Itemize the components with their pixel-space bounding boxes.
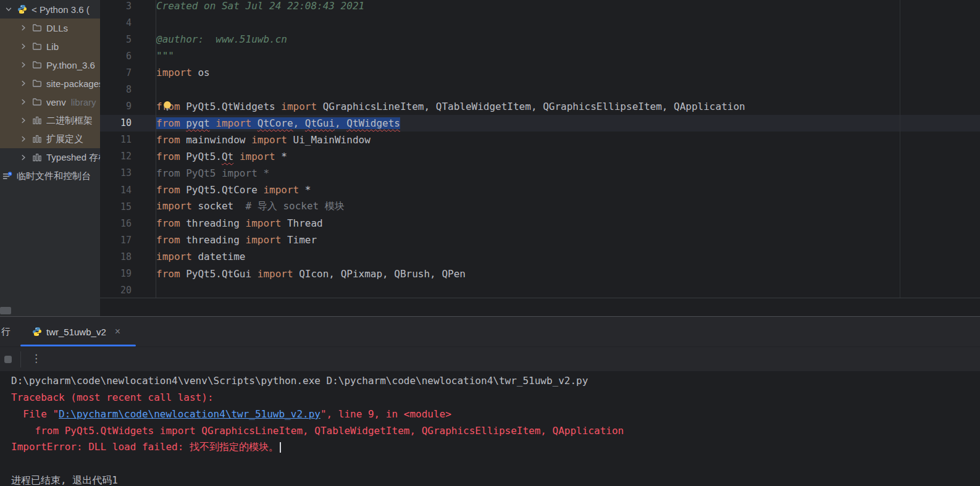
chevron-right-icon[interactable] — [19, 41, 28, 51]
intention-bulb-icon[interactable] — [162, 100, 173, 111]
scratches-icon — [2, 171, 12, 181]
line-number[interactable]: 15 — [100, 201, 132, 212]
console-line: ImportError: DLL load failed: 找不到指定的模块。 — [11, 439, 980, 456]
horizontal-scrollbar-thumb[interactable] — [0, 307, 11, 314]
tree-item-label: 扩展定义 — [46, 133, 83, 145]
more-options-icon[interactable]: ⋮ — [28, 350, 44, 367]
line-number[interactable]: 12 — [100, 151, 132, 162]
tree-item-site-packages[interactable]: site-packages — [0, 74, 100, 93]
console-text: Traceback (most recent call last): — [11, 392, 214, 403]
line-number[interactable]: 14 — [100, 185, 132, 196]
code-line-12[interactable]: 12from PyQt5.Qt import * — [100, 148, 980, 165]
close-icon[interactable]: × — [115, 326, 120, 337]
tree-item-dlls[interactable]: DLLs — [0, 19, 100, 37]
line-number[interactable]: 17 — [100, 235, 132, 246]
code-line-3[interactable]: 3Created on Sat Jul 24 22:08:43 2021 — [100, 0, 980, 14]
text-selection: from pyqt import QtCore, QtGui, QtWidget… — [156, 117, 400, 129]
line-number[interactable]: 9 — [100, 101, 132, 112]
tree-item-label: 二进制框架 — [46, 115, 93, 127]
code-line-7[interactable]: 7import os — [100, 64, 980, 81]
tree-item-scratches-and-consoles[interactable]: 临时文件和控制台 — [0, 167, 100, 185]
code-line-13[interactable]: 13from PyQt5 import * — [100, 165, 980, 182]
code-text: from threading import Timer — [156, 234, 317, 246]
code-line-17[interactable]: 17from threading import Timer — [100, 232, 980, 248]
run-tab-strip: 行 twr_51uwb_v2 × — [0, 317, 980, 347]
console-output[interactable]: D:\pycharm\code\newlocation4\venv\Script… — [0, 371, 980, 486]
chevron-right-icon[interactable] — [19, 60, 28, 70]
line-number[interactable]: 11 — [100, 134, 132, 145]
code-line-6[interactable]: 6""" — [100, 48, 980, 64]
line-number[interactable]: 8 — [100, 84, 132, 95]
line-number[interactable]: 16 — [100, 218, 132, 229]
chevron-down-icon[interactable] — [4, 4, 14, 14]
line-number[interactable]: 13 — [100, 167, 132, 178]
code-text: from PyQt5 import * — [156, 167, 269, 179]
tree-item-label: DLLs — [46, 23, 68, 33]
code-text: from PyQt5.QtCore import * — [156, 184, 311, 196]
code-line-8[interactable]: 8 — [100, 81, 980, 98]
tree-item-python-3-6[interactable]: Py.thon_3.6 — [0, 56, 100, 74]
code-text: """ — [156, 50, 174, 62]
line-number[interactable]: 18 — [100, 251, 132, 262]
line-number[interactable]: 4 — [100, 17, 132, 28]
tree-item-binary-frameworks[interactable]: 二进制框架 — [0, 111, 100, 130]
code-line-18[interactable]: 18import datetime — [100, 248, 980, 265]
run-header: 行 twr_51uwb_v2 × ⋮ — [0, 317, 980, 371]
tree-item-extension-definitions[interactable]: 扩展定义 — [0, 130, 100, 148]
tree-item-lib[interactable]: Lib — [0, 37, 100, 56]
code-line-16[interactable]: 16from threading import Thread — [100, 215, 980, 232]
line-number[interactable]: 7 — [100, 67, 132, 78]
tree-item-venv[interactable]: venvlibrary — [0, 93, 100, 111]
code-line-10[interactable]: 10from pyqt import QtCore, QtGui, QtWidg… — [100, 115, 980, 132]
panel-splitter[interactable] — [0, 316, 980, 317]
stop-icon[interactable] — [4, 355, 12, 364]
text-caret — [280, 442, 281, 453]
code-line-5[interactable]: 5@author: www.51uwb.cn — [100, 31, 980, 48]
console-text: D:\pycharm\code\newlocation4\venv\Script… — [11, 375, 588, 387]
tree-item-interpreter-python36[interactable]: < Python 3.6 ( — [0, 0, 100, 19]
right-margin-guide — [900, 0, 900, 298]
code-line-4[interactable]: 4 — [100, 14, 980, 31]
tree-item-label: < Python 3.6 ( — [31, 4, 90, 15]
chevron-right-icon[interactable] — [19, 153, 28, 162]
code-line-15[interactable]: 15import socket # 导入 socket 模块 — [100, 198, 980, 215]
gutter-divider — [156, 0, 156, 298]
chevron-right-icon[interactable] — [19, 115, 28, 125]
code-text: from PyQt5.Qt import * — [156, 151, 287, 162]
line-number[interactable]: 3 — [100, 1, 132, 12]
line-number[interactable]: 6 — [100, 51, 132, 62]
tree-item-label: Py.thon_3.6 — [46, 60, 95, 70]
run-tab-twr_51uwb_v2[interactable]: twr_51uwb_v2 × — [20, 317, 136, 346]
tree-item-annotation: library — [71, 97, 96, 107]
project-tree-panel[interactable]: < Python 3.6 (DLLsLibPy.thon_3.6site-pac… — [0, 0, 100, 316]
code-line-11[interactable]: 11from mainwindow import Ui_MainWindow — [100, 132, 980, 148]
code-text: @author: www.51uwb.cn — [156, 33, 287, 45]
tree-item-typeshed-stubs[interactable]: Typeshed 存根 — [0, 148, 100, 167]
project-tree: < Python 3.6 (DLLsLibPy.thon_3.6site-pac… — [0, 0, 100, 185]
chevron-right-icon[interactable] — [19, 97, 28, 107]
folder-icon — [32, 97, 42, 107]
console-line: from PyQt5.QtWidgets import QGraphicsLin… — [11, 422, 980, 439]
code-line-14[interactable]: 14from PyQt5.QtCore import * — [100, 182, 980, 198]
console-text: ImportError: DLL load failed: 找不到指定的模块。 — [11, 441, 279, 454]
console-line: D:\pycharm\code\newlocation4\venv\Script… — [11, 372, 980, 389]
chevron-right-icon[interactable] — [19, 78, 28, 88]
line-number[interactable]: 10 — [100, 117, 132, 128]
line-number[interactable]: 20 — [100, 285, 132, 296]
code-text: import datetime — [156, 251, 246, 262]
chevron-right-icon[interactable] — [19, 23, 28, 33]
library-icon — [32, 115, 42, 125]
python-logo-icon — [32, 327, 42, 337]
code-text: Created on Sat Jul 24 22:08:43 2021 — [156, 0, 364, 12]
code-line-20[interactable]: 20 — [100, 282, 980, 298]
python-logo-icon — [17, 4, 27, 14]
code-editor[interactable]: 3Created on Sat Jul 24 22:08:43 202145@a… — [100, 0, 980, 298]
traceback-file-link[interactable]: D:\pycharm\code\newlocation4\twr_51uwb_v… — [59, 408, 320, 420]
line-number[interactable]: 5 — [100, 34, 132, 45]
code-line-19[interactable]: 19from PyQt5.QtGui import QIcon, QPixmap… — [100, 266, 980, 282]
folder-icon — [32, 78, 42, 88]
code-text: import socket # 导入 socket 模块 — [156, 200, 345, 213]
line-number[interactable]: 19 — [100, 268, 132, 279]
code-line-9[interactable]: 9from PyQt5.QtWidgets import QGraphicsLi… — [100, 98, 980, 115]
chevron-right-icon[interactable] — [19, 134, 28, 144]
